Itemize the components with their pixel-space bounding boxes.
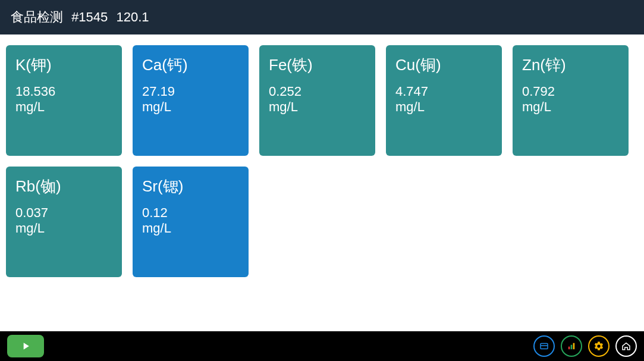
gear-icon [593,341,604,351]
element-unit: mg/L [15,99,112,115]
header-time: 120.1 [116,10,149,24]
element-name: Ca(钙) [142,55,239,76]
header-title: 食品检测 [11,10,63,24]
home-icon [621,341,632,351]
element-value: 0.037 [15,205,112,221]
element-tile[interactable]: Rb(铷)0.037mg/L [6,167,122,277]
element-tile[interactable]: Fe(铁)0.252mg/L [259,45,375,156]
svg-rect-4 [573,343,575,350]
element-name: Sr(锶) [142,176,239,197]
element-unit: mg/L [15,221,112,236]
element-value: 0.792 [522,84,619,99]
bar-chart-icon [566,341,577,351]
element-value: 27.19 [142,84,239,99]
element-value: 0.252 [269,84,366,99]
element-unit: mg/L [142,99,239,115]
home-button[interactable] [615,335,637,357]
element-tile[interactable]: Cu(铜)4.747mg/L [386,45,502,156]
settings-button[interactable] [588,335,610,357]
element-unit: mg/L [395,99,492,115]
element-unit: mg/L [522,99,619,115]
element-name: Rb(铷) [15,176,112,197]
play-button[interactable] [7,335,44,357]
header-sample-id: #1545 [71,10,108,24]
element-unit: mg/L [142,221,239,236]
card-button[interactable] [533,335,555,357]
element-unit: mg/L [269,99,366,115]
element-tile[interactable]: K(钾)18.536mg/L [6,45,122,156]
card-icon [539,341,549,351]
element-tile[interactable]: Zn(锌)0.792mg/L [513,45,629,156]
element-name: K(钾) [15,55,112,76]
svg-rect-3 [571,345,573,350]
results-grid: K(钾)18.536mg/LCa(钙)27.19mg/LFe(铁)0.252mg… [0,34,644,331]
element-value: 18.536 [15,84,112,99]
element-value: 4.747 [395,84,492,99]
element-name: Zn(锌) [522,55,619,76]
element-name: Fe(铁) [269,55,366,76]
play-icon [20,340,32,352]
chart-button[interactable] [561,335,582,357]
element-name: Cu(铜) [395,55,492,76]
svg-rect-2 [568,347,570,350]
footer-right [533,335,637,357]
header-bar: 食品检测 #1545 120.1 [0,0,644,34]
element-tile[interactable]: Sr(锶)0.12mg/L [133,167,249,277]
footer-bar [0,331,644,361]
element-tile[interactable]: Ca(钙)27.19mg/L [133,45,249,156]
element-value: 0.12 [142,205,239,221]
